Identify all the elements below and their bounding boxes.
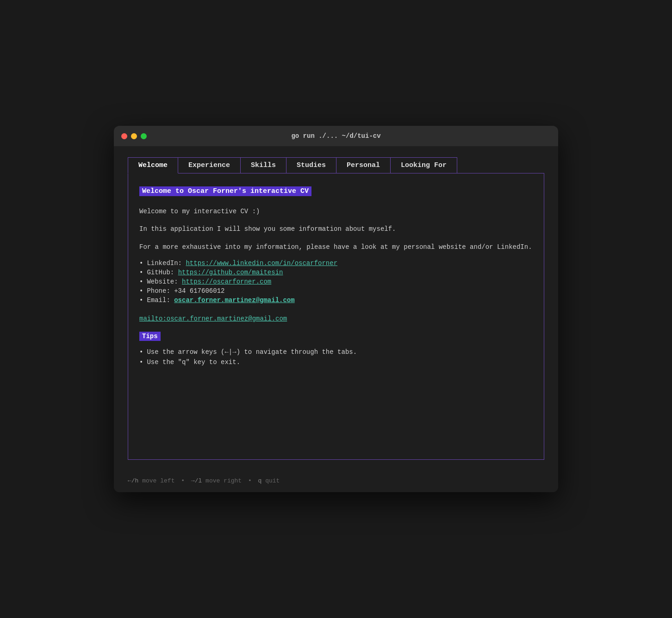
statusbar-key-h: ←/h	[128, 477, 138, 484]
list-item-linkedin: LinkedIn: https://www.linkedin.com/in/os…	[139, 260, 533, 267]
list-item-phone: Phone: +34 617606012	[139, 287, 533, 295]
github-label: GitHub:	[147, 269, 178, 276]
website-label: Website:	[147, 278, 182, 285]
list-item-website: Website: https://oscarforner.com	[139, 278, 533, 285]
tab-studies[interactable]: Studies	[286, 157, 336, 173]
tip-item-2: Use the "q" key to exit.	[139, 358, 533, 366]
statusbar: ←/h move left • →/l move right • q quit	[114, 469, 558, 492]
statusbar-key-q: q	[258, 477, 262, 484]
tab-personal[interactable]: Personal	[336, 157, 391, 173]
tabs-container: Welcome Experience Skills Studies Person…	[128, 157, 544, 173]
traffic-lights	[121, 133, 147, 139]
website-link[interactable]: https://oscarforner.com	[182, 278, 271, 285]
linkedin-link[interactable]: https://www.linkedin.com/in/oscarforner	[186, 260, 337, 267]
statusbar-key-l: →/l	[191, 477, 202, 484]
tab-welcome[interactable]: Welcome	[128, 157, 178, 173]
statusbar-text: ←/h move left • →/l move right • q quit	[128, 477, 280, 484]
tab-experience[interactable]: Experience	[178, 157, 241, 173]
intro-line-1: Welcome to my interactive CV :)	[139, 206, 533, 216]
phone-label: Phone: +34 617606012	[147, 287, 224, 295]
content-area: Welcome to Oscar Forner's interactive CV…	[128, 173, 544, 460]
minimize-button[interactable]	[131, 133, 137, 139]
linkedin-label: LinkedIn:	[147, 260, 186, 267]
intro-line-2: In this application I will show you some…	[139, 224, 533, 234]
app-body: Welcome Experience Skills Studies Person…	[114, 146, 558, 469]
github-link[interactable]: https://github.com/maitesin	[178, 269, 283, 276]
maximize-button[interactable]	[141, 133, 147, 139]
email-value: oscar.forner.martinez@gmail.com	[174, 297, 294, 304]
welcome-title-badge: Welcome to Oscar Forner's interactive CV	[139, 186, 533, 206]
list-item-github: GitHub: https://github.com/maitesin	[139, 269, 533, 276]
statusbar-action-quit: quit	[265, 477, 280, 484]
intro-line-3: For a more exhaustive into my informatio…	[139, 242, 533, 252]
links-list: LinkedIn: https://www.linkedin.com/in/os…	[139, 260, 533, 304]
separator-2: •	[248, 477, 255, 484]
email-label: Email:	[147, 297, 174, 304]
tip-item-1: Use the arrow keys (←|→) to navigate thr…	[139, 348, 533, 356]
tips-list: Use the arrow keys (←|→) to navigate thr…	[139, 348, 533, 366]
tab-looking-for[interactable]: Looking For	[390, 157, 457, 173]
close-button[interactable]	[121, 133, 127, 139]
statusbar-action-left: move left	[142, 477, 174, 484]
tab-skills[interactable]: Skills	[240, 157, 286, 173]
statusbar-action-right: move right	[205, 477, 242, 484]
window-title: go run ./... ~/d/tui-cv	[291, 132, 380, 140]
titlebar: go run ./... ~/d/tui-cv	[114, 126, 558, 146]
separator-1: •	[181, 477, 188, 484]
tips-section: Tips	[139, 332, 533, 348]
mailto-link[interactable]: mailto:oscar.forner.martinez@gmail.com	[139, 315, 533, 322]
list-item-email: Email: oscar.forner.martinez@gmail.com	[139, 297, 533, 304]
terminal-window: go run ./... ~/d/tui-cv Welcome Experien…	[114, 126, 558, 492]
